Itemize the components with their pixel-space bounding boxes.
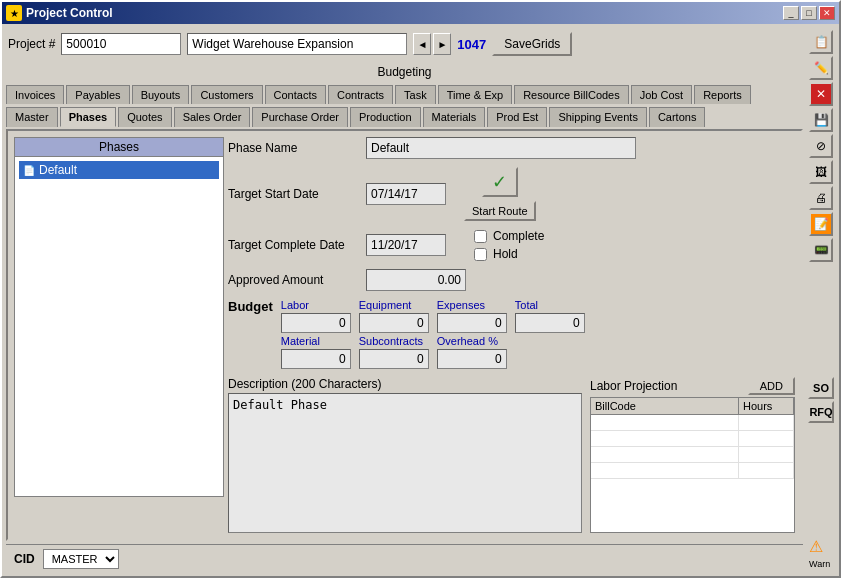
labor-cell-billcode-4 [591, 463, 739, 478]
overhead-col: Overhead % [437, 335, 507, 369]
labor-rows [591, 415, 794, 490]
equipment-input[interactable] [359, 313, 429, 333]
close-button[interactable]: ✕ [819, 6, 835, 20]
tab-quotes[interactable]: Quotes [118, 107, 171, 127]
labor-projection-label: Labor Projection [590, 379, 677, 393]
description-area: Description (200 Characters) Default Pha… [228, 377, 582, 533]
minimize-button[interactable]: _ [783, 6, 799, 20]
tab-task[interactable]: Task [395, 85, 436, 104]
toolbar-cancel-button[interactable]: ⊘ [809, 134, 833, 158]
tab-sales-order[interactable]: Sales Order [174, 107, 251, 127]
equipment-label: Equipment [359, 299, 429, 311]
record-num: 1047 [457, 37, 486, 52]
window-title: Project Control [26, 6, 779, 20]
subcontracts-input[interactable] [359, 349, 429, 369]
material-label: Material [281, 335, 351, 347]
app-icon: ★ [6, 5, 22, 21]
tab-payables[interactable]: Payables [66, 85, 129, 104]
toolbar-delete-button[interactable]: ✕ [809, 82, 833, 106]
tab-invoices[interactable]: Invoices [6, 85, 64, 104]
complete-label: Complete [493, 229, 544, 243]
warn-button[interactable]: ⚠ Warn [809, 537, 833, 570]
equipment-col: Equipment [359, 299, 429, 333]
subcontracts-col: Subcontracts [359, 335, 429, 369]
check-button[interactable]: ✓ [482, 167, 518, 197]
expenses-col: Expenses [437, 299, 507, 333]
toolbar-fax-button[interactable]: 📟 [809, 238, 833, 262]
tab-content-phases: Phases 📄 Default Phase Name [6, 129, 803, 541]
phase-name-input[interactable] [366, 137, 636, 159]
toolbar-note-button[interactable]: 📝 [809, 212, 833, 236]
material-col: Material [281, 335, 351, 369]
rfq-button[interactable]: RFQ [808, 401, 834, 423]
tab-purchase-order[interactable]: Purchase Order [252, 107, 348, 127]
tab-resource-billcodes[interactable]: Resource BillCodes [514, 85, 629, 104]
phases-panel: Phases 📄 Default [14, 137, 224, 533]
description-label: Description (200 Characters) [228, 377, 582, 391]
labor-cell-billcode-3 [591, 447, 739, 462]
material-input[interactable] [281, 349, 351, 369]
tab-materials[interactable]: Materials [423, 107, 486, 127]
tab-phases[interactable]: Phases [60, 107, 117, 127]
add-button[interactable]: ADD [748, 377, 795, 395]
labor-cell-billcode-1 [591, 415, 739, 430]
hold-checkbox[interactable] [474, 248, 487, 261]
phases-list: 📄 Default [14, 157, 224, 497]
start-route-button[interactable]: Start Route [464, 201, 536, 221]
complete-checkbox[interactable] [474, 230, 487, 243]
tab-production[interactable]: Production [350, 107, 421, 127]
target-start-input[interactable] [366, 183, 446, 205]
expenses-input[interactable] [437, 313, 507, 333]
project-num-input[interactable] [61, 33, 181, 55]
phase-item-label: Default [39, 163, 77, 177]
cid-select[interactable]: MASTER [43, 549, 119, 569]
labor-row-1 [591, 415, 794, 431]
labor-projection-area: Labor Projection ADD BillCode Hours [590, 377, 795, 533]
tabs-row-2: Master Phases Quotes Sales Order Purchas… [6, 106, 803, 126]
tab-master[interactable]: Master [6, 107, 58, 127]
labor-input[interactable] [281, 313, 351, 333]
so-button[interactable]: SO [808, 377, 834, 399]
labor-table-header: BillCode Hours [591, 398, 794, 415]
toolbar-edit-button[interactable]: ✏️ [809, 56, 833, 80]
cid-label: CID [14, 552, 35, 566]
labor-row-4 [591, 463, 794, 479]
labor-row-3 [591, 447, 794, 463]
tab-shipping-events[interactable]: Shipping Events [549, 107, 647, 127]
total-input[interactable] [515, 313, 585, 333]
budgeting-section-label: Budgeting [6, 63, 803, 81]
overhead-input[interactable] [437, 349, 507, 369]
description-textarea[interactable]: Default Phase [228, 393, 582, 533]
labor-cell-hours-2 [739, 431, 794, 446]
prev-arrow[interactable]: ◄ [413, 33, 431, 55]
approved-amount-input[interactable] [366, 269, 466, 291]
expenses-label: Expenses [437, 299, 507, 311]
target-complete-input[interactable] [366, 234, 446, 256]
main-panel: Project # ◄ ► 1047 SaveGrids Budgeting I… [6, 28, 803, 572]
save-grids-button[interactable]: SaveGrids [492, 32, 572, 56]
tab-contacts[interactable]: Contacts [265, 85, 326, 104]
target-start-row: Target Start Date ✓ Start Route [228, 167, 795, 221]
total-col: Total [515, 299, 585, 333]
next-arrow[interactable]: ► [433, 33, 451, 55]
tab-contracts[interactable]: Contracts [328, 85, 393, 104]
tab-cartons[interactable]: Cartons [649, 107, 706, 127]
project-name-input[interactable] [187, 33, 407, 55]
tab-buyouts[interactable]: Buyouts [132, 85, 190, 104]
labor-projection-header: Labor Projection ADD [590, 377, 795, 395]
content-area: Project # ◄ ► 1047 SaveGrids Budgeting I… [2, 24, 839, 576]
toolbar-view-button[interactable]: 📋 [809, 30, 833, 54]
tab-prod-est[interactable]: Prod Est [487, 107, 547, 127]
phase-item-default[interactable]: 📄 Default [19, 161, 219, 179]
toolbar-print-button[interactable]: 🖨 [809, 186, 833, 210]
phase-name-label: Phase Name [228, 141, 358, 155]
tab-reports[interactable]: Reports [694, 85, 751, 104]
labor-label: Labor [281, 299, 351, 311]
tab-time-exp[interactable]: Time & Exp [438, 85, 512, 104]
tab-job-cost[interactable]: Job Cost [631, 85, 692, 104]
maximize-button[interactable]: □ [801, 6, 817, 20]
toolbar-save-button[interactable]: 💾 [809, 108, 833, 132]
form-area: Phase Name Target Start Date ✓ Start Rou… [228, 137, 795, 533]
toolbar-image-button[interactable]: 🖼 [809, 160, 833, 184]
tab-customers[interactable]: Customers [191, 85, 262, 104]
